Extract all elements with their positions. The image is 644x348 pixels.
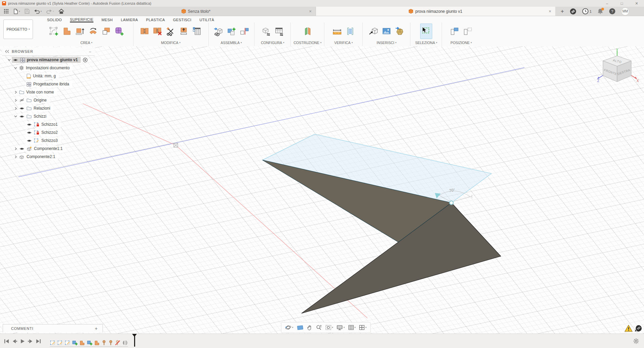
save-button[interactable] — [25, 9, 30, 14]
chevron-down-icon[interactable] — [13, 67, 18, 69]
close-button[interactable]: ✕ — [629, 0, 644, 7]
look-at-button[interactable] — [296, 325, 305, 330]
thicken-button[interactable] — [74, 24, 86, 39]
timeline-pin-icon[interactable] — [102, 340, 107, 346]
grid-snap-button[interactable]: ▾ — [347, 325, 357, 330]
browser-item-schizzi[interactable]: Schizzi — [2, 112, 95, 120]
eye-icon[interactable] — [19, 107, 25, 110]
tab-plastica[interactable]: PLASTICA — [146, 18, 165, 23]
browser-item-root[interactable]: prova niimazone giunto v1 — [2, 56, 95, 64]
tab-superficie[interactable]: SUPERFICIE — [70, 17, 93, 23]
avatar[interactable]: MM — [621, 7, 629, 15]
configure-button[interactable] — [260, 24, 272, 39]
fit-button[interactable]: ▾ — [324, 325, 334, 330]
chevron-right-icon[interactable] — [13, 99, 18, 102]
viewports-button[interactable]: ▾ — [358, 325, 368, 330]
eye-icon[interactable] — [27, 139, 32, 143]
eye-icon[interactable] — [27, 131, 32, 134]
go-to-end-button[interactable] — [36, 339, 41, 344]
browser-item-origine[interactable]: Origine — [2, 96, 95, 104]
help-icon[interactable]: ? — [609, 8, 615, 14]
chevron-down-icon[interactable] — [13, 115, 18, 117]
tab-mesh[interactable]: MESH — [102, 18, 113, 23]
eye-icon[interactable] — [19, 115, 25, 118]
configuration-table-button[interactable] — [274, 24, 285, 39]
revolve-button[interactable] — [87, 24, 99, 39]
tab-gestisci[interactable]: GESTISCI — [173, 18, 192, 23]
timeline-playhead[interactable] — [132, 334, 137, 347]
pan-button[interactable] — [306, 325, 314, 331]
stitch-button[interactable] — [139, 24, 150, 39]
timeline-extrude-icon[interactable] — [79, 340, 85, 346]
change-parameters-button[interactable] — [191, 24, 203, 39]
browser-item-schizzo1[interactable]: Schizzo1 — [2, 120, 95, 128]
undo-button[interactable]: ▾ — [34, 9, 42, 14]
chevron-right-icon[interactable] — [13, 91, 18, 94]
tab-utilita[interactable]: UTILITÀ — [199, 18, 214, 23]
file-menu-button[interactable]: ▾ — [13, 9, 20, 14]
project-button[interactable]: PROGETTO ▾ — [3, 20, 33, 39]
minimize-button[interactable]: – — [600, 0, 614, 7]
browser-item-relazioni[interactable]: Relazioni — [2, 104, 95, 112]
browser-item-viste[interactable]: Viste con nome — [2, 88, 95, 96]
chevron-right-icon[interactable] — [13, 155, 18, 158]
construction-plane-button[interactable] — [302, 24, 313, 39]
home-button[interactable] — [58, 9, 64, 14]
new-tab-button[interactable]: + — [561, 8, 564, 15]
add-comment-button[interactable]: + — [95, 326, 98, 331]
collapse-panel-icon[interactable] — [5, 50, 9, 53]
activate-component-radio[interactable] — [83, 57, 88, 63]
timeline-sketch-icon[interactable] — [65, 340, 70, 346]
insert-mesh-button[interactable] — [394, 24, 405, 39]
browser-item-progettazione[interactable]: Progettazione ibrida — [2, 80, 95, 88]
new-component-button[interactable] — [226, 24, 237, 39]
browser-minimize[interactable]: – — [89, 49, 91, 53]
orbit-button[interactable]: ▾ — [284, 324, 294, 331]
timeline-component-icon[interactable] — [87, 340, 92, 346]
section-analysis-button[interactable] — [345, 24, 356, 39]
eye-icon[interactable] — [19, 147, 25, 151]
zoom-button[interactable] — [315, 324, 323, 331]
browser-item-schizzo3[interactable]: Schizzo3 — [2, 137, 95, 145]
feedback-icon[interactable] — [635, 325, 642, 332]
browser-item-schizzo2[interactable]: Schizzo2 — [2, 128, 95, 137]
patch-button[interactable] — [100, 24, 112, 39]
maximize-button[interactable]: □ — [614, 0, 629, 7]
unstitch-button[interactable] — [152, 24, 163, 39]
timeline-component-icon[interactable] — [72, 340, 78, 346]
viewcube[interactable]: Y Z X ALTO FRONTE DESTRA — [596, 48, 641, 88]
chevron-right-icon[interactable] — [13, 147, 18, 150]
create-mesh-button[interactable] — [114, 24, 125, 39]
step-forward-button[interactable] — [28, 339, 33, 344]
tab-solido[interactable]: SOLIDO — [47, 18, 62, 23]
play-button[interactable] — [20, 339, 25, 344]
create-sketch-button[interactable] — [48, 24, 59, 39]
redo-button[interactable]: ▾ — [46, 9, 54, 14]
joint-origin-marker[interactable] — [450, 201, 453, 205]
document-tab-senza-titolo[interactable]: Senza titolo* × — [76, 7, 316, 16]
comments-panel[interactable]: COMMENTI + — [3, 324, 103, 333]
revert-position-button[interactable] — [462, 24, 474, 39]
timeline-sketch-icon[interactable] — [50, 340, 55, 346]
browser-item-unita[interactable]: Unità: mm, g — [2, 72, 95, 80]
timeline-pin-disabled-icon[interactable] — [115, 340, 120, 346]
warning-icon[interactable] — [625, 325, 633, 332]
document-tab-prova-giunto[interactable]: prova niimazone giunto v1 × — [316, 7, 555, 16]
trim-button[interactable] — [165, 24, 176, 39]
model-viewport[interactable]: 70° BROWSER – prova niimazone giunto v1 — [0, 46, 644, 334]
extrude-button[interactable] — [61, 24, 73, 39]
tab-lamiera[interactable]: LAMIERA — [121, 18, 138, 23]
extensions-icon[interactable] — [570, 8, 576, 15]
timeline-sketch-icon[interactable] — [57, 340, 63, 346]
go-to-start-button[interactable] — [4, 339, 9, 344]
chevron-down-icon[interactable] — [7, 59, 12, 61]
job-status-button[interactable]: 1 — [582, 8, 592, 14]
browser-item-impostazioni[interactable]: Impostazioni documento — [2, 64, 95, 72]
chevron-right-icon[interactable] — [13, 107, 18, 110]
notifications-button[interactable] — [597, 8, 603, 14]
insert-derive-button[interactable] — [212, 24, 224, 39]
timeline-pin-icon[interactable] — [108, 340, 113, 346]
app-grid-button[interactable] — [4, 9, 9, 14]
browser-item-componente1[interactable]: Componente1:1 — [2, 145, 95, 153]
canvas-button[interactable] — [381, 24, 392, 39]
